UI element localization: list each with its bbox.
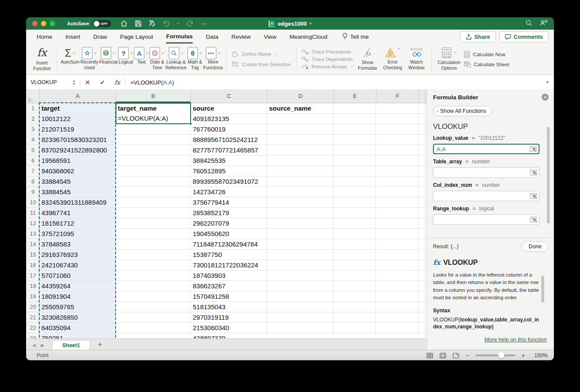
cell-A3[interactable]: 212071519	[39, 124, 116, 134]
cell-C8[interactable]: 899395587023491072	[191, 176, 267, 186]
row-header-20[interactable]: 20	[27, 302, 39, 312]
cell-G23[interactable]	[419, 333, 425, 338]
cell-F23[interactable]	[376, 333, 419, 338]
cell-C3[interactable]: 767760019	[191, 124, 267, 134]
create-from-selection-button[interactable]: Create from Selection	[232, 61, 290, 67]
tab-meaningcloud[interactable]: MeaningCloud	[290, 30, 328, 43]
cell-D22[interactable]	[267, 323, 334, 333]
cell-A14[interactable]: 37848583	[39, 239, 116, 249]
cell-E6[interactable]	[334, 155, 376, 166]
cell-F5[interactable]	[376, 145, 419, 155]
trace-precedents-button[interactable]: Trace Precedents	[302, 49, 353, 54]
cell-C4[interactable]: 888895671025242112	[191, 135, 267, 145]
save-icon[interactable]	[135, 20, 142, 27]
cell-B14[interactable]	[116, 239, 191, 249]
cell-C10[interactable]: 3756779414	[191, 197, 267, 207]
formula-bar-expand-icon[interactable]: ▼	[546, 80, 549, 84]
cell-D20[interactable]	[267, 302, 334, 312]
watch-window-button[interactable]: Watch Window	[405, 44, 427, 74]
cell-F12[interactable]	[376, 218, 419, 228]
cell-C22[interactable]: 2153060340	[191, 323, 267, 333]
tab-data[interactable]: Data	[206, 30, 218, 43]
undo-chevron-icon[interactable]	[177, 20, 180, 27]
range-picker-icon[interactable]	[530, 216, 537, 223]
share-contacts-icon[interactable]	[540, 20, 548, 28]
cell-E4[interactable]	[334, 135, 376, 145]
cell-F19[interactable]	[376, 291, 419, 301]
cell-B17[interactable]	[116, 270, 191, 280]
normal-view-icon[interactable]	[426, 352, 433, 358]
row-header-12[interactable]: 12	[27, 218, 39, 228]
trace-dependents-button[interactable]: Trace Dependents	[302, 57, 353, 62]
cell-D2[interactable]	[267, 114, 334, 124]
cell-E7[interactable]	[334, 166, 376, 176]
insert-function-button[interactable]: fx Insert Function	[31, 44, 53, 74]
cell-A5[interactable]: 837029241522892800	[39, 145, 116, 155]
cell-F6[interactable]	[376, 155, 419, 166]
cell-B5[interactable]	[116, 145, 191, 155]
cell-C14[interactable]: 711848712306294784	[191, 239, 267, 249]
cell-G7[interactable]	[419, 166, 425, 176]
cell-F21[interactable]	[376, 312, 419, 322]
tab-home[interactable]: Home	[37, 30, 52, 43]
cell-B21[interactable]	[116, 312, 191, 322]
cell-D11[interactable]	[267, 208, 334, 218]
cell-B3[interactable]	[116, 124, 191, 134]
cell-A4[interactable]: 823367015830323201	[39, 135, 116, 145]
cell-A12[interactable]: 181561712	[39, 218, 116, 228]
cell-G3[interactable]	[419, 124, 425, 134]
cell-G12[interactable]	[419, 218, 425, 228]
row-header-17[interactable]: 17	[27, 270, 39, 280]
cell-D7[interactable]	[267, 166, 334, 176]
tab-page-layout[interactable]: Page Layout	[120, 30, 153, 43]
row-header-13[interactable]: 13	[27, 229, 39, 239]
cell-A2[interactable]: 10012122	[39, 114, 116, 124]
date-time-button[interactable]: Date & Time	[150, 44, 164, 74]
cell-A6[interactable]: 19568591	[39, 155, 116, 166]
cell-C20[interactable]: 518135043	[191, 302, 267, 312]
cell-A21[interactable]: 3230826850	[39, 312, 116, 322]
range-picker-icon[interactable]	[530, 169, 537, 176]
tab-view[interactable]: View	[264, 30, 276, 43]
cell-B13[interactable]	[116, 229, 191, 239]
cell-G16[interactable]	[419, 260, 425, 270]
cell-A22[interactable]: 64035094	[39, 323, 116, 333]
maximize-window-button[interactable]	[50, 21, 55, 26]
more-toolbar-options-icon[interactable]: ⋯	[201, 20, 208, 27]
cell-D21[interactable]	[267, 312, 334, 322]
cell-G19[interactable]	[419, 291, 425, 301]
cell-A8[interactable]: 33884545	[39, 176, 116, 186]
cell-D12[interactable]	[267, 218, 334, 228]
more-functions-button[interactable]: ••• More Functions	[203, 44, 223, 74]
fill-handle[interactable]	[189, 122, 192, 125]
cell-E10[interactable]	[334, 197, 376, 207]
cell-F1[interactable]	[376, 103, 419, 113]
cell-G14[interactable]	[419, 239, 425, 249]
cell-C9[interactable]: 142734726	[191, 187, 267, 197]
row-header-6[interactable]: 6	[27, 155, 39, 166]
tab-draw[interactable]: Draw	[93, 30, 107, 43]
enter-icon[interactable]: ✓	[95, 79, 110, 86]
cell-C16[interactable]: 730018121722036224	[191, 260, 267, 270]
column-header-B[interactable]: B	[116, 89, 191, 103]
cell-E13[interactable]	[334, 229, 376, 239]
search-icon[interactable]	[525, 20, 532, 28]
autosave-toggle[interactable]: OFF	[93, 20, 111, 27]
save-as-icon[interactable]	[149, 20, 156, 27]
cell-C2[interactable]: 4091823135	[191, 114, 267, 124]
cell-A23[interactable]: 759251	[39, 333, 116, 338]
cell-F20[interactable]	[376, 302, 419, 312]
cell-D5[interactable]	[267, 145, 334, 155]
cell-G6[interactable]	[419, 155, 425, 166]
cell-F9[interactable]	[376, 187, 419, 197]
column-header-D[interactable]: D	[267, 89, 334, 103]
cell-A9[interactable]: 33884545	[39, 187, 116, 197]
row-header-7[interactable]: 7	[27, 166, 39, 176]
cell-E5[interactable]	[334, 145, 376, 155]
cell-A16[interactable]: 2421067430	[39, 260, 116, 270]
row-header-21[interactable]: 21	[27, 312, 39, 322]
cell-G17[interactable]	[419, 270, 425, 280]
cell-F14[interactable]	[376, 239, 419, 249]
prev-sheet-icon[interactable]: ◀	[32, 343, 36, 348]
tab-formulas[interactable]: Formulas	[166, 30, 193, 44]
